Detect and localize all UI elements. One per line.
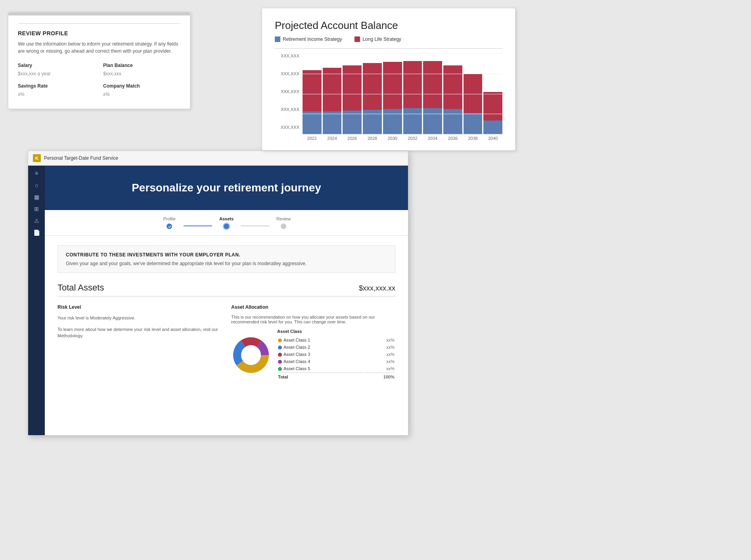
invest-notice-heading: CONTRIBUTE TO THESE INVESTMENTS WITH YOU… [66,252,387,258]
field-company-match: Company Match x% [103,83,180,97]
bar-group-5 [403,54,422,134]
sidebar-icon-alert[interactable]: ⚠ [34,218,39,224]
red-segment-7 [443,65,462,109]
bar-group-2 [343,54,362,134]
chart-title: Projected Account Balance [275,19,502,32]
y-label-3: XXX,XXX [275,89,299,94]
y-axis: XXX,XXX XXX,XXX XXX,XXX XXX,XXX XXX,XXX [275,54,303,141]
alloc-item-value-2: xx% [365,351,395,357]
review-profile-title: REVIEW PROFILE [18,30,180,36]
x-label-6: 2034 [423,136,442,141]
x-axis: 2022202420262028203020322034203620382040 [303,134,502,141]
x-label-8: 2038 [464,136,483,141]
blue-segment-0 [303,111,322,134]
company-match-label: Company Match [103,83,180,89]
step-assets-label: Assets [219,216,234,221]
red-segment-2 [343,65,362,111]
salary-label: Salary [18,63,95,68]
connector-2 [241,226,269,226]
asset-class-header: Asset Class [277,329,395,334]
alloc-item-value-0: xx% [365,337,395,343]
sidebar-icon-grid[interactable]: ⊞ [34,206,39,212]
bar-group-1 [323,54,342,134]
field-plan-balance: Plan Balance $xxx,xxx [103,63,180,77]
y-label-5: XXX,XXX [275,54,299,58]
sidebar-icon-document[interactable]: 📄 [33,230,40,235]
x-label-3: 2028 [363,136,382,141]
plan-balance-value: $xxx,xxx [103,71,121,76]
red-segment-0 [303,70,322,112]
alloc-description: This is our recommendation on how you al… [231,315,395,324]
alloc-row-2: Asset Class 3xx% [278,351,395,357]
step-assets: Assets [212,216,241,229]
blue-segment-1 [323,111,342,134]
red-segment-8 [464,74,483,113]
x-label-7: 2036 [443,136,462,141]
risk-para1: Your risk level is Moderately Aggressive… [57,315,222,321]
y-label-2: XXX,XXX [275,107,299,112]
alloc-item-label-2: Asset Class 3 [278,351,364,357]
alloc-heading: Asset Allocation [231,304,395,310]
hero-banner: Personalize your retirement journey [45,166,408,210]
x-label-0: 2022 [303,136,322,141]
blue-segment-7 [443,109,462,134]
legend-retirement-income: Retirement Income Strategy [275,36,342,42]
risk-section: Risk Level Your risk level is Moderately… [57,304,222,381]
alloc-dot-0 [278,338,282,342]
bar-stack-7 [443,65,462,134]
x-label-1: 2024 [323,136,342,141]
plan-balance-label: Plan Balance [103,63,180,68]
bar-stack-8 [464,74,483,134]
sidebar-icon-home[interactable]: ⌂ [35,182,38,188]
alloc-dot-1 [278,346,282,350]
legend-long-life: Long Life Strategy [354,36,401,42]
chart-legend: Retirement Income Strategy Long Life Str… [275,36,502,42]
bar-stack-3 [363,63,382,134]
bar-stack-4 [383,62,402,134]
app-title: Personal Target-Date Fund Service [44,155,118,161]
bar-group-0 [303,54,322,134]
alloc-item-label-1: Asset Class 2 [278,344,364,350]
x-label-2: 2026 [343,136,362,141]
bar-group-9 [483,54,502,134]
alloc-row-1: Asset Class 2xx% [278,344,395,350]
blue-swatch [275,36,280,42]
legend-retirement-label: Retirement Income Strategy [283,36,342,42]
blue-segment-8 [464,113,483,134]
x-label-4: 2030 [383,136,402,141]
alloc-table: Asset Class 1xx%Asset Class 2xx%Asset Cl… [277,336,395,381]
alloc-item-label-4: Asset Class 5 [278,365,364,372]
x-label-5: 2032 [403,136,422,141]
app-logo: K [33,154,41,162]
bar-group-8 [464,54,483,134]
alloc-row-0: Asset Class 1xx% [278,337,395,343]
bars-area [303,54,502,134]
step-review: Review [269,216,298,229]
blue-segment-9 [483,120,502,134]
bar-stack-2 [343,65,362,134]
legend-longlife-label: Long Life Strategy [362,36,401,42]
bar-group-7 [443,54,462,134]
alloc-total-row: Total 100% [278,373,395,380]
review-fields-grid: Salary $xxx,xxx a year Plan Balance $xxx… [18,63,180,97]
alloc-legend: Asset Class Asset Class 1xx%Asset Class … [277,329,395,381]
connector-1 [184,226,212,226]
bar-stack-9 [483,92,502,134]
blue-segment-5 [403,108,422,134]
review-profile-description: We use the information below to inform y… [18,40,180,55]
alloc-item-value-4: xx% [365,365,395,372]
red-segment-9 [483,92,502,120]
bar-stack-5 [403,61,422,134]
donut-svg [231,335,271,375]
risk-heading: Risk Level [57,304,222,310]
sidebar-icon-menu[interactable]: ≡ [35,170,38,176]
app-body: ≡ ⌂ ▦ ⊞ ⚠ 📄 Personalize your retirement … [28,166,408,435]
bar-stack-1 [323,68,342,134]
alloc-item-value-1: xx% [365,344,395,350]
sidebar-icon-folder[interactable]: ▦ [34,194,39,200]
card-top-bar [8,12,190,15]
red-swatch [354,36,360,42]
step-profile-label: Profile [163,216,175,221]
bar-group-4 [383,54,402,134]
invest-notice: CONTRIBUTE TO THESE INVESTMENTS WITH YOU… [57,245,395,273]
